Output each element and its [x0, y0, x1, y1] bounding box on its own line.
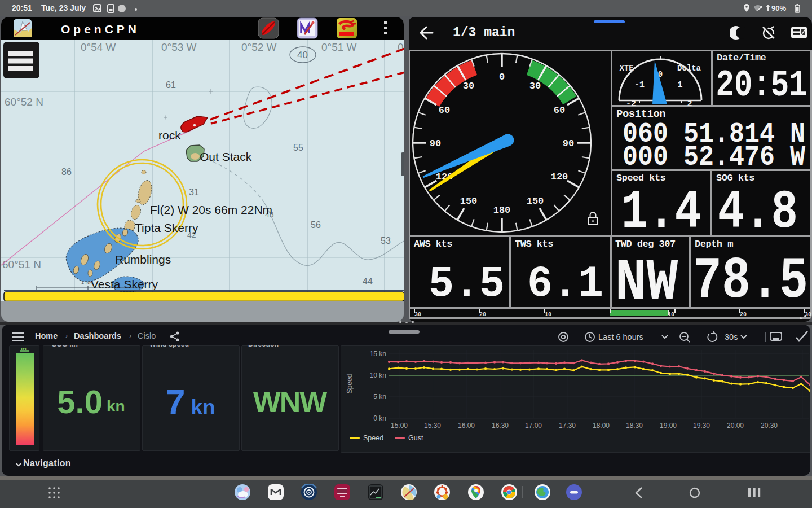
- svg-text:Speed: Speed: [363, 434, 383, 442]
- svg-text:55: 55: [293, 143, 303, 152]
- svg-text:0: 0: [499, 72, 505, 82]
- svg-text:10: 10: [545, 312, 551, 318]
- svg-text:0°53 W: 0°53 W: [161, 41, 197, 53]
- svg-text:20: 20: [740, 312, 747, 318]
- svg-text:Tipta Skerry: Tipta Skerry: [135, 221, 198, 234]
- svg-text:15:30: 15:30: [424, 422, 441, 430]
- svg-text:Speed: Speed: [346, 374, 354, 394]
- svg-text:10: 10: [668, 312, 674, 318]
- svg-text:18:00: 18:00: [593, 422, 610, 430]
- svg-text:20:30: 20:30: [761, 422, 778, 430]
- svg-text:17:30: 17:30: [559, 422, 576, 430]
- svg-text:20: 20: [479, 312, 486, 318]
- svg-text:40: 40: [297, 50, 308, 60]
- svg-text:19:30: 19:30: [693, 422, 710, 430]
- svg-text:Gust: Gust: [408, 434, 423, 442]
- svg-text:60: 60: [439, 105, 450, 116]
- svg-text:1: 1: [677, 80, 682, 90]
- svg-text:30: 30: [414, 312, 421, 318]
- svg-text:Vesta Skerry: Vesta Skerry: [91, 278, 158, 291]
- svg-text:60°52 N: 60°52 N: [5, 96, 43, 108]
- svg-text:150: 150: [460, 196, 478, 207]
- svg-text:0 kn: 0 kn: [373, 414, 386, 422]
- svg-text:0°54 W: 0°54 W: [81, 41, 116, 53]
- svg-text:XTE: XTE: [619, 64, 633, 73]
- svg-text:18:30: 18:30: [626, 422, 643, 430]
- svg-text:0°52 W: 0°52 W: [241, 41, 277, 53]
- svg-text:16:30: 16:30: [492, 422, 509, 430]
- svg-text:20:00: 20:00: [727, 422, 744, 430]
- svg-text:-2: -2: [626, 99, 636, 109]
- svg-text:2: 2: [687, 99, 692, 109]
- svg-text:Out Stack: Out Stack: [200, 150, 252, 163]
- svg-text:150: 150: [527, 196, 544, 207]
- svg-text:0°51 W: 0°51 W: [321, 41, 357, 53]
- svg-text:53: 53: [381, 236, 391, 246]
- svg-text:10 kn: 10 kn: [370, 371, 386, 379]
- svg-text:5 kn: 5 kn: [373, 393, 386, 401]
- svg-text:90: 90: [563, 138, 574, 149]
- svg-text:90: 90: [430, 138, 441, 149]
- svg-text:15:00: 15:00: [391, 422, 408, 430]
- svg-text:rock: rock: [158, 129, 181, 142]
- svg-text:61: 61: [166, 80, 176, 90]
- svg-text:31: 31: [189, 187, 199, 197]
- svg-text:16:00: 16:00: [458, 422, 475, 430]
- svg-text:60: 60: [554, 105, 565, 116]
- svg-text:-1: -1: [634, 80, 645, 90]
- svg-text:180: 180: [493, 205, 511, 216]
- svg-text:86: 86: [61, 167, 72, 177]
- svg-text:30: 30: [529, 81, 541, 91]
- svg-text:19:00: 19:00: [660, 422, 677, 430]
- svg-text:Delta: Delta: [677, 64, 701, 73]
- svg-text:30: 30: [463, 81, 474, 91]
- svg-text:15 kn: 15 kn: [370, 350, 386, 358]
- svg-text:60°51 N: 60°51 N: [2, 259, 41, 270]
- svg-text:17:00: 17:00: [525, 422, 542, 430]
- svg-text:Fl(2) W 20s 66m 22Nm: Fl(2) W 20s 66m 22Nm: [150, 203, 272, 216]
- svg-text:44: 44: [363, 277, 373, 286]
- svg-text:120: 120: [551, 172, 568, 182]
- svg-text:56: 56: [311, 220, 321, 230]
- svg-text:Rumblings: Rumblings: [115, 253, 171, 266]
